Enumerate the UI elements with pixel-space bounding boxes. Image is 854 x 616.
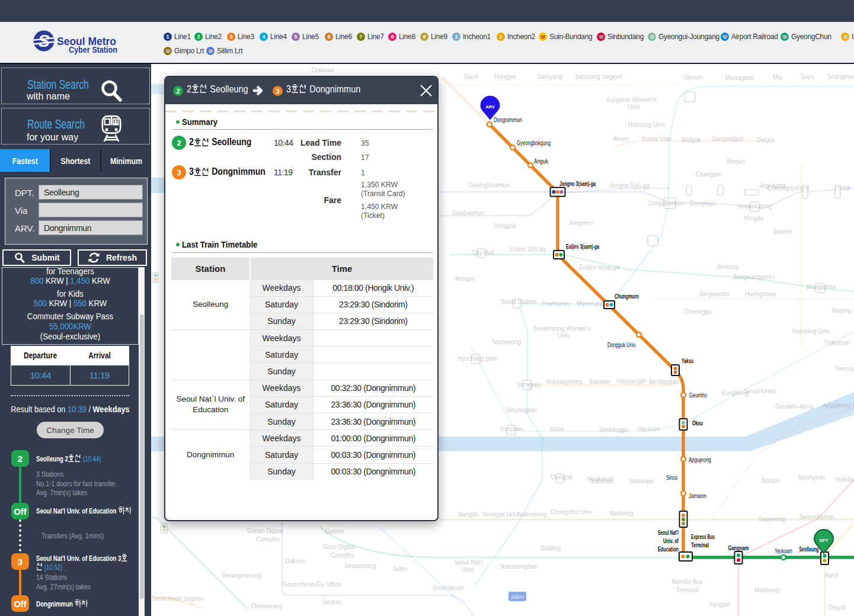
- svg-text:Dolgoji: Dolgoji: [757, 137, 775, 143]
- svg-text:Education: Education: [658, 546, 679, 553]
- svg-text:Gwangmyeong: Gwangmyeong: [222, 572, 261, 579]
- svg-text:Dokbawi: Dokbawi: [312, 67, 334, 73]
- svg-text:Univ.: Univ.: [558, 332, 571, 339]
- svg-text:Guro Digital: Guro Digital: [324, 544, 355, 550]
- svg-text:Seoul Nat'l: Seoul Nat'l: [658, 529, 679, 536]
- svg-text:Complex: Complex: [331, 552, 354, 559]
- svg-text:Gyeongbokgung: Gyeongbokgung: [517, 139, 551, 146]
- svg-text:Seoul Station: Seoul Station: [501, 299, 536, 305]
- svg-text:Hannam: Hannam: [638, 426, 660, 432]
- svg-text:Aeogae: Aeogae: [455, 275, 476, 282]
- svg-text:Sindaebang: Sindaebang: [344, 563, 376, 569]
- svg-text:Dongnimmun: Dongnimmun: [494, 116, 522, 123]
- svg-text:Ssangmun: Ssangmun: [827, 73, 854, 80]
- svg-text:Dongdaemun: Dongdaemun: [648, 200, 684, 207]
- svg-text:Terminal: Terminal: [691, 541, 709, 548]
- svg-text:S: S: [38, 31, 50, 50]
- svg-text:Dongguk Univ.: Dongguk Univ.: [607, 341, 636, 348]
- svg-text:Noksapyeong: Noksapyeong: [546, 378, 582, 385]
- svg-text:Sangwangsimni: Sangwangsimni: [733, 274, 775, 280]
- svg-text:Sangdo: Sangdo: [458, 511, 479, 518]
- svg-text:Miasageori: Miasageori: [725, 75, 754, 81]
- svg-text:Terminal: Terminal: [676, 587, 699, 593]
- svg-text:Beotigogae: Beotigogae: [649, 378, 679, 385]
- svg-text:Nonhyeon: Nonhyeon: [798, 474, 826, 481]
- svg-text:Gubanpo: Gubanpo: [589, 478, 614, 485]
- svg-text:Jongno 5(o)-ga: Jongno 5(o)-ga: [609, 182, 650, 189]
- svg-text:Hangangjin: Hangangjin: [617, 378, 647, 384]
- svg-text:Sadang: Sadang: [540, 545, 561, 551]
- svg-text:Soongsil Univ.: Soongsil Univ.: [482, 511, 519, 518]
- svg-text:Yangjae: Yangjae: [709, 601, 730, 608]
- svg-text:Sinseol: Sinseol: [773, 229, 792, 235]
- svg-text:Samyang: Samyang: [538, 73, 562, 80]
- svg-text:Majang: Majang: [832, 307, 852, 314]
- svg-text:Sillim: Sillim: [511, 594, 524, 600]
- svg-text:Seobinggo: Seobinggo: [599, 426, 628, 433]
- svg-text:Sinyongsan: Sinyongsan: [506, 407, 537, 413]
- svg-text:Jegi-dong: Jegi-dong: [759, 182, 785, 189]
- svg-text:DPT: DPT: [820, 538, 829, 543]
- svg-text:Bomun: Bomun: [727, 158, 746, 165]
- svg-text:Haengdang: Haengdang: [745, 291, 776, 297]
- svg-text:Euljiro 1(il)-ga: Euljiro 1(il)-ga: [509, 246, 546, 252]
- svg-text:Dongjak: Dongjak: [551, 474, 574, 480]
- svg-text:Maebong: Maebong: [754, 587, 779, 593]
- svg-text:Yaksu: Yaksu: [682, 357, 693, 364]
- svg-text:Banpo: Banpo: [762, 477, 779, 484]
- svg-text:Cheonggu: Cheonggu: [685, 309, 712, 315]
- svg-text:Changsin: Changsin: [696, 171, 721, 178]
- svg-text:Express Bus: Express Bus: [691, 533, 715, 540]
- svg-text:Yeoksam: Yeoksam: [775, 547, 792, 554]
- svg-text:Namseong: Namseong: [518, 511, 546, 518]
- svg-text:Korea Univ: Korea Univ: [642, 136, 671, 142]
- svg-text:Doksan: Doksan: [285, 558, 305, 564]
- svg-text:Daerim: Daerim: [325, 528, 344, 535]
- svg-text:Nakseongdae: Nakseongdae: [500, 563, 537, 570]
- svg-text:Oksu: Oksu: [692, 419, 703, 426]
- svg-text:Complex: Complex: [256, 536, 279, 543]
- svg-text:Geumho-dong: Geumho-dong: [775, 403, 813, 410]
- svg-text:Gasan Digital: Gasan Digital: [247, 528, 283, 534]
- svg-text:Apgujeong Rodeo: Apgujeong Rodeo: [823, 402, 854, 409]
- svg-text:Univ.: Univ.: [462, 566, 475, 573]
- svg-text:Seoul Nat'l: Seoul Nat'l: [454, 559, 482, 566]
- svg-text:Geumho: Geumho: [689, 392, 707, 399]
- svg-text:Samsung Sageori: Samsung Sageori: [575, 73, 622, 80]
- svg-text:Sungshin Women's: Sungshin Women's: [606, 97, 657, 103]
- svg-text:Seoul forest: Seoul forest: [744, 388, 776, 394]
- svg-text:Univ.: Univ.: [628, 104, 641, 110]
- svg-text:Anam: Anam: [613, 136, 629, 142]
- svg-text:Hwagye: Hwagye: [494, 73, 516, 80]
- svg-text:Mia: Mia: [773, 74, 783, 81]
- svg-text:City Hall: City Hall: [472, 249, 494, 256]
- svg-text:ARV: ARV: [485, 104, 495, 110]
- svg-text:Seolleung: Seolleung: [799, 546, 819, 553]
- svg-text:Gwanaksan: Gwanaksan: [433, 585, 465, 591]
- svg-text:Dogok: Dogok: [829, 604, 847, 611]
- svg-text:Sinbanpo: Sinbanpo: [629, 478, 654, 485]
- svg-text:Sinseol-dong: Sinseol-dong: [737, 203, 772, 210]
- svg-text:Samgakji: Samgakji: [516, 381, 540, 388]
- svg-text:Sillim: Sillim: [393, 566, 407, 572]
- svg-text:Hanyang Univ.: Hanyang Univ.: [793, 328, 831, 335]
- svg-text:Jongno 3(sam)-ga: Jongno 3(sam)-ga: [559, 180, 596, 187]
- svg-text:Wangsimni: Wangsimni: [806, 284, 835, 290]
- svg-text:Singeumho: Singeumho: [699, 291, 730, 297]
- svg-text:Gwanghwamun: Gwanghwamun: [468, 182, 509, 188]
- svg-text:Seongsu: Seongsu: [836, 365, 854, 372]
- svg-text:Nambu Bus: Nambu Bus: [672, 579, 703, 585]
- svg-text:Sangwolgok: Sangwolgok: [712, 136, 744, 142]
- svg-text:Jonggak: Jonggak: [494, 223, 517, 229]
- svg-text:Ttukseom: Ttukseom: [824, 339, 850, 346]
- svg-text:Wolgok: Wolgok: [681, 137, 701, 143]
- svg-text:Hanti: Hanti: [824, 572, 838, 579]
- svg-text:Itaewon: Itaewon: [589, 378, 610, 385]
- svg-text:Naebang: Naebang: [609, 510, 634, 516]
- svg-text:Hoehyeon: Hoehyeon: [542, 300, 570, 307]
- svg-text:Yongsan: Yongsan: [500, 426, 523, 432]
- svg-text:Gireum: Gireum: [684, 74, 703, 81]
- svg-text:Ichon: Ichon: [550, 426, 564, 432]
- svg-text:Euljiro 3(sam)-ga: Euljiro 3(sam)-ga: [566, 243, 600, 250]
- svg-text:Sapyeong: Sapyeong: [758, 516, 785, 522]
